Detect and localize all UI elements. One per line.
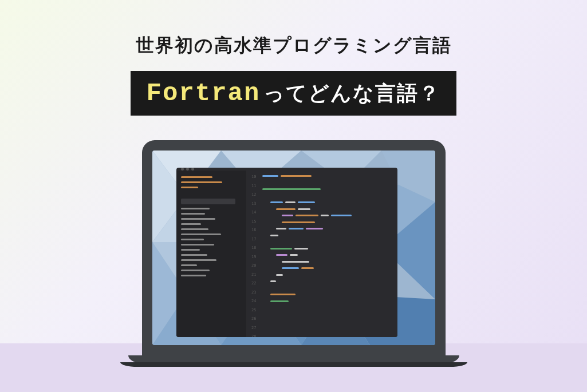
code-token xyxy=(321,215,329,216)
sidebar-line xyxy=(181,244,214,246)
code-line xyxy=(262,248,394,250)
code-token xyxy=(289,228,304,229)
code-line xyxy=(262,254,394,256)
title-highlight: Fortran xyxy=(147,79,261,108)
sidebar-line xyxy=(181,176,212,178)
code-line xyxy=(262,267,394,269)
line-number: 21 xyxy=(251,273,256,277)
code-line xyxy=(262,208,394,210)
code-token xyxy=(296,215,318,216)
line-number: 13 xyxy=(251,202,256,206)
code-token xyxy=(298,201,315,203)
line-number: 11 xyxy=(251,184,256,188)
laptop-illustration: 1011121314151617181920212223242526272829… xyxy=(142,140,446,363)
editor-main-pane: 1011121314151617181920212223242526272829… xyxy=(246,171,397,337)
code-line xyxy=(262,294,394,295)
line-number: 26 xyxy=(251,317,256,321)
code-token xyxy=(270,201,283,203)
editor-panes: 1011121314151617181920212223242526272829… xyxy=(176,171,397,337)
laptop-base xyxy=(142,355,446,363)
code-line xyxy=(262,314,394,315)
code-line xyxy=(262,241,394,243)
code-token xyxy=(276,274,283,276)
line-number: 28 xyxy=(251,335,256,337)
code-token xyxy=(270,248,292,250)
hero-content: 世界初の高水準プログラミング言語 Fortran ってどんな言語？ xyxy=(0,0,587,116)
sidebar-line xyxy=(181,187,198,188)
code-token xyxy=(290,254,298,256)
sidebar-line xyxy=(181,192,242,195)
line-number: 25 xyxy=(251,308,256,312)
code-token xyxy=(276,208,296,210)
code-token xyxy=(281,175,312,177)
sidebar-line xyxy=(181,223,201,225)
code-line xyxy=(262,221,394,223)
laptop-screen-frame: 1011121314151617181920212223242526272829… xyxy=(142,140,446,355)
sidebar-line xyxy=(181,239,204,240)
laptop-screen: 1011121314151617181920212223242526272829… xyxy=(152,151,435,345)
sidebar-line xyxy=(181,181,222,183)
code-token xyxy=(282,215,293,216)
line-number: 22 xyxy=(251,282,256,286)
title-rest: ってどんな言語？ xyxy=(263,80,440,108)
code-token xyxy=(262,175,278,177)
sidebar-line xyxy=(181,275,206,276)
line-number: 16 xyxy=(251,228,256,232)
code-token xyxy=(282,221,315,223)
code-token xyxy=(270,294,296,295)
line-number: 18 xyxy=(251,246,256,250)
laptop-foot xyxy=(120,362,467,367)
line-number: 17 xyxy=(251,237,256,241)
line-number: 19 xyxy=(251,255,256,259)
subtitle-text: 世界初の高水準プログラミング言語 xyxy=(136,33,452,58)
line-number: 15 xyxy=(251,220,256,224)
sidebar-line xyxy=(181,213,205,215)
code-token xyxy=(276,228,286,229)
code-line xyxy=(262,274,394,276)
code-token xyxy=(298,208,310,210)
line-number: 10 xyxy=(251,175,256,179)
sidebar-line xyxy=(181,233,221,235)
code-line xyxy=(262,228,394,229)
code-line xyxy=(262,201,394,203)
code-line xyxy=(262,188,394,190)
sidebar-line xyxy=(181,254,207,256)
code-line xyxy=(262,307,394,308)
title-box: Fortran ってどんな言語？ xyxy=(131,71,457,116)
line-number: 20 xyxy=(251,264,256,268)
code-line xyxy=(262,300,394,302)
sidebar-line xyxy=(181,199,235,204)
sidebar-line xyxy=(181,218,215,220)
sidebar-line xyxy=(181,264,197,266)
code-token xyxy=(282,261,309,263)
code-token xyxy=(294,248,308,250)
code-line xyxy=(262,235,394,236)
line-number: 12 xyxy=(251,193,256,197)
code-line xyxy=(262,280,394,282)
line-number-gutter: 1011121314151617181920212223242526272829… xyxy=(246,171,259,337)
code-token xyxy=(285,201,296,203)
code-token xyxy=(276,254,287,256)
code-token xyxy=(301,267,314,269)
line-number: 27 xyxy=(251,326,256,330)
code-token xyxy=(270,235,278,236)
sidebar-line xyxy=(181,228,208,230)
code-token xyxy=(270,300,289,302)
code-line xyxy=(262,182,394,184)
line-number: 24 xyxy=(251,299,256,303)
code-token xyxy=(331,215,352,216)
code-line xyxy=(262,287,394,289)
editor-sidebar xyxy=(176,171,246,337)
sidebar-line xyxy=(181,270,210,271)
code-token xyxy=(306,228,323,229)
code-line xyxy=(262,195,394,197)
code-line xyxy=(262,175,394,177)
code-line xyxy=(262,215,394,216)
code-token xyxy=(262,188,321,190)
sidebar-line xyxy=(181,249,200,251)
code-editor-window: 1011121314151617181920212223242526272829… xyxy=(176,168,397,337)
code-line xyxy=(262,261,394,263)
sidebar-line xyxy=(181,259,216,261)
code-token xyxy=(282,267,299,269)
code-token xyxy=(270,280,276,282)
